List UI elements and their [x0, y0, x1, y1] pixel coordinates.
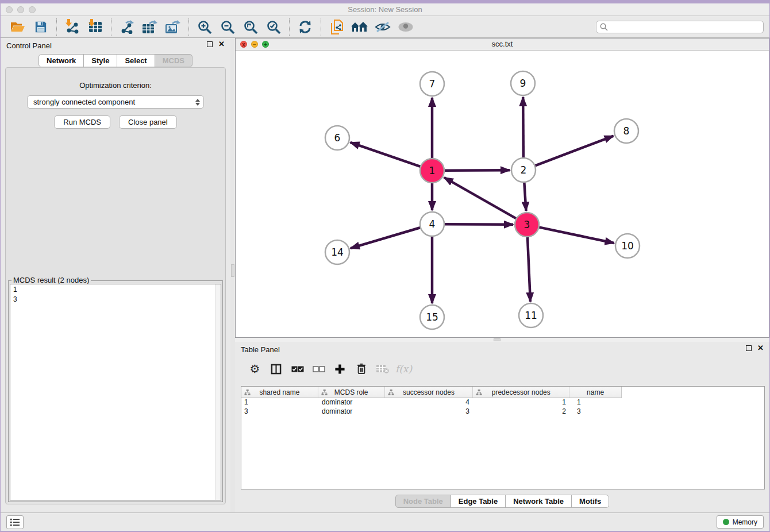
tab-select[interactable]: Select: [117, 54, 155, 67]
network-close-button[interactable]: [240, 41, 247, 48]
export-image-icon[interactable]: [161, 18, 184, 36]
optimization-criterion-dropdown[interactable]: strongly connected component: [27, 95, 204, 109]
tab-motifs[interactable]: Motifs: [571, 495, 609, 508]
import-network-icon[interactable]: [61, 18, 84, 36]
graph-edge-3-1[interactable]: [444, 178, 517, 219]
splitter-grip[interactable]: [494, 338, 500, 341]
show-panels-list-button[interactable]: [6, 515, 24, 529]
open-folder-icon[interactable]: [6, 18, 29, 36]
table-tabs: Node Table Edge Table Network Table Moti…: [235, 495, 769, 508]
zoom-window-button[interactable]: [29, 6, 36, 13]
delete-column-trash-icon[interactable]: [351, 359, 372, 379]
memory-button[interactable]: Memory: [717, 515, 764, 529]
search-field[interactable]: [596, 21, 764, 33]
control-panel-tabs: Network Style Select MCDS: [1, 54, 230, 67]
table-cell[interactable]: 1: [473, 398, 570, 407]
search-input[interactable]: [610, 23, 760, 31]
graph-node-label: 15: [426, 311, 438, 323]
show-all-eye-icon[interactable]: [394, 18, 417, 36]
column-header-mcds-role[interactable]: MCDS role: [318, 387, 385, 398]
control-panel-title: Control Panel: [6, 41, 52, 50]
graph-edge-4-14[interactable]: [351, 228, 421, 248]
hide-selected-eye-icon[interactable]: [371, 18, 394, 36]
table-cell[interactable]: 3: [570, 407, 622, 417]
table-cell[interactable]: 2: [473, 407, 570, 417]
delete-table-icon: [372, 359, 393, 379]
unselect-all-icon[interactable]: [308, 359, 329, 379]
network-window-titlebar: scc.txt: [236, 38, 769, 51]
float-panel-icon[interactable]: [207, 41, 213, 47]
zoom-in-icon[interactable]: [193, 18, 216, 36]
list-icon: [10, 518, 20, 526]
network-canvas[interactable]: 7968124314101511: [236, 51, 769, 337]
hierarchy-icon: [244, 389, 251, 396]
graph-node-label: 2: [521, 164, 527, 176]
graph-edge-2-9[interactable]: [523, 97, 523, 158]
tab-network-table[interactable]: Network Table: [505, 495, 572, 508]
home-layout-icon[interactable]: [348, 18, 371, 36]
control-panel-header: Control Panel ✕: [1, 38, 230, 54]
horizontal-splitter[interactable]: [235, 338, 769, 342]
close-panel-icon[interactable]: ✕: [218, 41, 225, 47]
node-table[interactable]: shared name MCDS role successor nodes: [241, 386, 765, 489]
mcds-result-area[interactable]: 13: [10, 284, 221, 500]
splitter-grip[interactable]: [231, 264, 234, 277]
network-window-title: scc.txt: [236, 38, 769, 50]
tab-node-table[interactable]: Node Table: [395, 495, 451, 508]
tab-edge-table[interactable]: Edge Table: [451, 495, 506, 508]
close-window-button[interactable]: [6, 6, 13, 13]
graph-node-label: 11: [525, 310, 537, 321]
table-row[interactable]: 3dominator323: [241, 407, 622, 417]
table-cell[interactable]: 3: [241, 407, 318, 417]
run-mcds-button[interactable]: Run MCDS: [54, 115, 110, 129]
graph-edge-2-3[interactable]: [524, 182, 526, 211]
network-minimize-button[interactable]: [251, 41, 258, 48]
float-panel-icon[interactable]: [746, 345, 752, 351]
table-cell[interactable]: 1: [241, 398, 318, 407]
table-cell[interactable]: 4: [385, 398, 473, 407]
mcds-result-title: MCDS result (2 nodes): [11, 276, 91, 284]
mcds-panel: Optimization criterion: strongly connect…: [5, 67, 226, 504]
graph-edge-1-2[interactable]: [444, 170, 510, 171]
select-all-icon[interactable]: [287, 359, 308, 379]
graph-edge-2-8[interactable]: [535, 136, 614, 166]
graph-edge-3-10[interactable]: [539, 227, 614, 243]
zoom-selected-icon[interactable]: [262, 18, 285, 36]
column-header-name[interactable]: name: [569, 387, 621, 398]
close-panel-icon[interactable]: ✕: [757, 345, 764, 351]
vertical-splitter[interactable]: [230, 38, 235, 512]
table-cell[interactable]: 3: [385, 407, 473, 417]
add-column-icon[interactable]: [329, 359, 351, 379]
column-label: name: [587, 388, 604, 396]
zoom-fit-icon[interactable]: [239, 18, 262, 36]
export-table-icon[interactable]: [138, 18, 161, 36]
table-cell[interactable]: dominator: [318, 407, 385, 417]
tab-mcds[interactable]: MCDS: [155, 54, 192, 67]
graph-edge-1-6[interactable]: [351, 142, 421, 167]
column-header-shared-name[interactable]: shared name: [241, 387, 318, 398]
table-cell[interactable]: dominator: [318, 398, 385, 407]
main-area: Control Panel ✕ Network Style Select MCD…: [1, 38, 769, 512]
tab-style[interactable]: Style: [83, 54, 117, 67]
network-maximize-button[interactable]: [262, 41, 269, 48]
graph-edge-3-11[interactable]: [528, 237, 530, 302]
import-table-icon[interactable]: [84, 18, 107, 36]
table-row[interactable]: 1dominator411: [241, 398, 622, 407]
refresh-icon[interactable]: [294, 18, 317, 36]
tab-network[interactable]: Network: [38, 54, 84, 67]
graph-edge-4-3[interactable]: [444, 224, 513, 225]
status-bar: Memory: [1, 512, 769, 531]
zoom-out-icon[interactable]: [216, 18, 239, 36]
network-window-controls: [240, 41, 269, 48]
export-network-icon[interactable]: [116, 18, 138, 36]
first-neighbors-icon[interactable]: [325, 18, 348, 36]
close-panel-button[interactable]: Close panel: [119, 115, 177, 129]
column-header-predecessor-nodes[interactable]: predecessor nodes: [473, 387, 569, 398]
result-scrollbar[interactable]: [215, 284, 221, 500]
save-session-icon[interactable]: [29, 18, 52, 36]
table-cell[interactable]: 1: [570, 398, 622, 407]
table-settings-gear-icon[interactable]: ⚙: [244, 359, 265, 379]
column-view-icon[interactable]: [265, 359, 287, 379]
minimize-window-button[interactable]: [17, 6, 24, 13]
column-header-successor-nodes[interactable]: successor nodes: [385, 387, 473, 398]
